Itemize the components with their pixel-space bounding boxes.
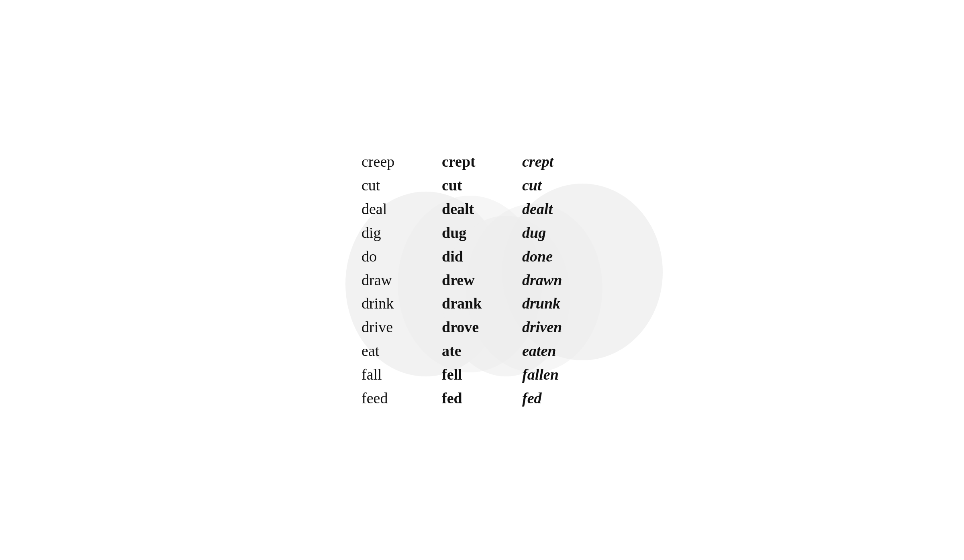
base-form-word: draw [362, 268, 442, 292]
past-participle-word: drunk [522, 292, 602, 315]
base-form-word: feed [362, 386, 442, 410]
base-form-word: dig [362, 221, 442, 245]
base-form-column: creepcutdealdigdodrawdrinkdriveeatfallfe… [362, 150, 442, 410]
past-tense-word: dug [442, 221, 522, 245]
past-tense-column: creptcutdealtdugdiddrewdrankdroveatefell… [442, 150, 522, 410]
past-participle-word: done [522, 245, 602, 268]
past-participle-word: cut [522, 174, 602, 197]
past-tense-word: drove [442, 315, 522, 339]
past-participle-word: dug [522, 221, 602, 245]
past-tense-word: crept [442, 150, 522, 174]
past-participle-word: fallen [522, 363, 602, 386]
base-form-word: cut [362, 174, 442, 197]
past-tense-word: dealt [442, 197, 522, 221]
past-participle-word: drawn [522, 268, 602, 292]
base-form-word: drink [362, 292, 442, 315]
base-form-word: fall [362, 363, 442, 386]
base-form-word: do [362, 245, 442, 268]
past-tense-word: drew [442, 268, 522, 292]
verb-table: creepcutdealdigdodrawdrinkdriveeatfallfe… [345, 138, 619, 422]
past-tense-word: cut [442, 174, 522, 197]
past-tense-word: ate [442, 339, 522, 363]
past-participle-word: driven [522, 315, 602, 339]
past-participle-word: crept [522, 150, 602, 174]
base-form-word: eat [362, 339, 442, 363]
past-participle-word: eaten [522, 339, 602, 363]
past-participle-column: creptcutdealtdugdonedrawndrunkdriveneate… [522, 150, 602, 410]
base-form-word: creep [362, 150, 442, 174]
past-tense-word: fell [442, 363, 522, 386]
past-tense-word: did [442, 245, 522, 268]
past-tense-word: fed [442, 386, 522, 410]
base-form-word: deal [362, 197, 442, 221]
base-form-word: drive [362, 315, 442, 339]
past-participle-word: fed [522, 386, 602, 410]
past-participle-word: dealt [522, 197, 602, 221]
content-area: creepcutdealdigdodrawdrinkdriveeatfallfe… [301, 168, 663, 392]
past-tense-word: drank [442, 292, 522, 315]
